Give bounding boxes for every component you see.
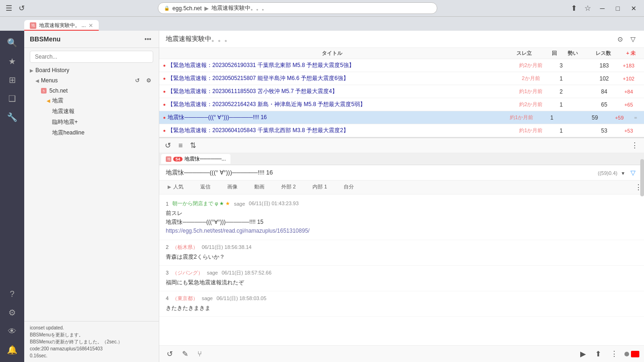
- status-line-1: iconset updated.: [30, 324, 153, 331]
- col-ikioi: 勢い: [561, 50, 584, 57]
- compose-button[interactable]: ✎: [179, 349, 191, 359]
- list-icon[interactable]: ≡: [176, 141, 184, 151]
- post-item: 3 （ジパング） sage 06/11(日) 18:57:52.66 福岡にも緊…: [159, 266, 644, 291]
- thread-title: 【緊急地震速報：20230611185503 苫小牧沖 M5.7 予想最大震度4…: [168, 87, 508, 95]
- post-sage: sage: [207, 270, 218, 275]
- sidebar-item-5ch[interactable]: 5 5ch.net: [24, 86, 159, 95]
- nav-tab-jibun[interactable]: 自分: [335, 181, 362, 194]
- sidebar-item-jishin-category[interactable]: ◀ 地震: [24, 95, 159, 106]
- refresh-icon[interactable]: ↺: [133, 76, 142, 85]
- thread-res: 59: [582, 114, 608, 121]
- table-row[interactable]: ● 地震怺──────(((° ∀°)))──────!!!! 16 約1か月前…: [159, 111, 644, 124]
- nav-tab-gaibuu[interactable]: 外部 2: [273, 181, 304, 194]
- nav-tab-douga[interactable]: 動画: [246, 181, 273, 194]
- post-tab-active[interactable]: 地 54 地震怺──────...: [161, 154, 230, 164]
- post-date: 06/11(日) 01:43:23.93: [249, 200, 298, 207]
- help-icon-button[interactable]: ?: [4, 286, 20, 302]
- tool-icon[interactable]: 🔧: [4, 109, 20, 126]
- sidebar-icon-rail: 🔍 ★ ⊞ ❑ 🔧 ? ⚙ 👁 🔔: [0, 31, 24, 362]
- play-bottom-button[interactable]: ▶: [577, 349, 589, 359]
- table-row[interactable]: ● 【緊急地震速報：20230604105843 千葉県北西部 M3.8 予想最…: [159, 124, 644, 137]
- bell-icon-button[interactable]: 🔔: [4, 342, 20, 358]
- thread-new: +53: [617, 128, 640, 134]
- maximize-button[interactable]: □: [612, 4, 624, 13]
- post-body: きたきたきまきま: [166, 304, 637, 313]
- thread-list: タイトル スレ立 回 勢い レス数 + 未 ● 【緊急地震速報：20230526…: [159, 48, 644, 137]
- sort-icon[interactable]: ⇅: [188, 140, 198, 151]
- scrollbar-thumb[interactable]: [640, 159, 644, 196]
- thread-res: 102: [591, 75, 617, 82]
- sidebar-more-button[interactable]: •••: [142, 34, 153, 44]
- sidebar-item-jishin-sokhou[interactable]: 地震速報: [24, 106, 159, 117]
- eye-icon-button[interactable]: 👁: [4, 323, 20, 340]
- nav-tab-ninki-label: 人気: [173, 183, 183, 190]
- tab-active-indicator: [24, 30, 99, 31]
- back-button[interactable]: ↺: [17, 3, 27, 13]
- post-pref: （ジパング）: [172, 269, 203, 276]
- browser-actions: ⬆ ☆: [569, 3, 593, 13]
- close-button[interactable]: ✕: [627, 4, 640, 13]
- thread-count: 1: [545, 114, 559, 121]
- refresh-posts-button[interactable]: ↺: [163, 140, 173, 151]
- grid-icon[interactable]: ⊞: [4, 72, 20, 88]
- sidebar-item-jishin-headline[interactable]: 地震headline: [24, 127, 159, 138]
- share-button[interactable]: ⬆: [592, 349, 604, 359]
- sidebar-title: BBSMenu: [30, 35, 61, 43]
- thread-bullet: ●: [163, 76, 166, 81]
- table-row[interactable]: ● 【緊急地震速報：20230526190331 千葉県北東部 M5.8 予想最…: [159, 59, 644, 72]
- sidebar-header-actions: •••: [142, 34, 153, 44]
- layers-icon[interactable]: ❑: [4, 90, 20, 107]
- post-tab-label: 地震怺──────...: [184, 155, 226, 162]
- tab-close-button[interactable]: ✕: [88, 22, 93, 29]
- thread-res: 65: [591, 101, 617, 108]
- post-header: 2 （栃木県） 06/11(日) 18:56:38.14: [166, 244, 637, 251]
- thread-new: +65: [617, 102, 640, 107]
- post-link[interactable]: https://egg.5ch.net/test/read.cgi/namazu…: [166, 228, 310, 234]
- sidebar-panel: BBSMenu ••• ▶ Board History ◀ Menus ↺ ⚙ …: [24, 31, 159, 362]
- folder-icon: ◀: [47, 98, 50, 103]
- share-tree-button[interactable]: ⑂: [195, 349, 205, 359]
- hamburger-icon[interactable]: ☰: [4, 3, 14, 13]
- history-icon[interactable]: ⊙: [616, 34, 625, 44]
- thread-list-header: タイトル スレ立 回 勢い レス数 + 未: [159, 48, 644, 59]
- table-row[interactable]: ● 【緊急地震速報：20230611185503 苫小牧沖 M5.7 予想最大震…: [159, 85, 644, 98]
- nav-tab-naibu[interactable]: 内部 1: [304, 181, 335, 194]
- thread-res: 84: [591, 88, 617, 95]
- post-nav-tabs: ▶ 人気 返信 画像 動画 外部 2 内部 1: [159, 181, 644, 194]
- site-label: 5ch.net: [49, 87, 68, 94]
- post-num: 2: [166, 244, 169, 250]
- col-new: + 未: [622, 50, 640, 57]
- address-bar[interactable]: 🔒 egg.5ch.net ▶ 地震速報実験中。。。: [158, 2, 437, 14]
- sidebar-item-board-history[interactable]: ▶ Board History: [24, 66, 159, 75]
- main-layout: 🔍 ★ ⊞ ❑ 🔧 ? ⚙ 👁 🔔 BBSMenu ••• ▶ Board Hi…: [0, 31, 644, 362]
- table-row[interactable]: ● 【緊急地震速報：20230505215807 能登半島沖 M6.6 予想最大…: [159, 72, 644, 85]
- sidebar-item-rinji[interactable]: 臨時地震+: [24, 117, 159, 127]
- sidebar-item-menus[interactable]: ◀ Menus ↺ ⚙: [24, 75, 159, 86]
- record-stop-button[interactable]: [631, 351, 639, 357]
- table-row[interactable]: ● 【緊急地震速報：20230522164243 新島・神津島近海 M5.8 予…: [159, 98, 644, 111]
- settings-icon-button[interactable]: ⚙: [4, 304, 20, 321]
- search-input[interactable]: [30, 51, 153, 63]
- posts-container: 1 朝一から閉店まで φ ★ ★ sage 06/11(日) 01:43:23.…: [159, 194, 644, 345]
- post-pref: （東京都）: [172, 295, 198, 302]
- minimize-button[interactable]: ─: [597, 4, 609, 13]
- jishin-category-label: 地震: [52, 97, 63, 105]
- bottom-more-button[interactable]: ⋮: [608, 349, 621, 359]
- star-nav-icon[interactable]: ★: [4, 53, 20, 70]
- refresh-bottom-button[interactable]: ↺: [164, 349, 176, 359]
- active-tab[interactable]: 地 地震速報実験中。 ... ✕: [24, 20, 99, 31]
- nav-tab-gazou[interactable]: 画像: [219, 181, 246, 194]
- share-icon[interactable]: ⬆: [569, 3, 579, 13]
- gear-icon[interactable]: ⚙: [144, 76, 153, 85]
- post-item: 1 朝一から閉店まで φ ★ ★ sage 06/11(日) 01:43:23.…: [159, 196, 644, 240]
- more-options-button[interactable]: ⋮: [629, 140, 640, 151]
- address-separator: ▶: [204, 5, 209, 12]
- star-icon[interactable]: ☆: [583, 3, 593, 13]
- filter-icon[interactable]: ▽: [629, 34, 637, 44]
- nav-tab-ninki[interactable]: ▶ 人気: [159, 181, 192, 194]
- post-pref: （栃木県）: [172, 244, 198, 251]
- search-icon-button[interactable]: 🔍: [4, 34, 20, 51]
- nav-tab-henshin[interactable]: 返信: [192, 181, 219, 194]
- filter-blue-icon[interactable]: ▽: [629, 168, 637, 177]
- expand-icon[interactable]: ▼: [619, 170, 627, 177]
